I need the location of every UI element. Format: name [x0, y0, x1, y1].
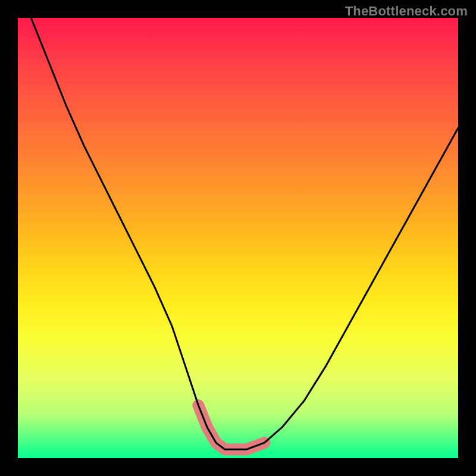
plot-area	[18, 18, 458, 458]
watermark-text: TheBottleneck.com	[345, 4, 468, 19]
curve-layer	[31, 18, 458, 449]
bottleneck-curve	[31, 18, 458, 449]
highlight-arc-path	[198, 405, 264, 449]
chart-frame: TheBottleneck.com	[0, 0, 476, 476]
chart-svg	[18, 18, 458, 458]
highlight-arc	[198, 405, 264, 449]
